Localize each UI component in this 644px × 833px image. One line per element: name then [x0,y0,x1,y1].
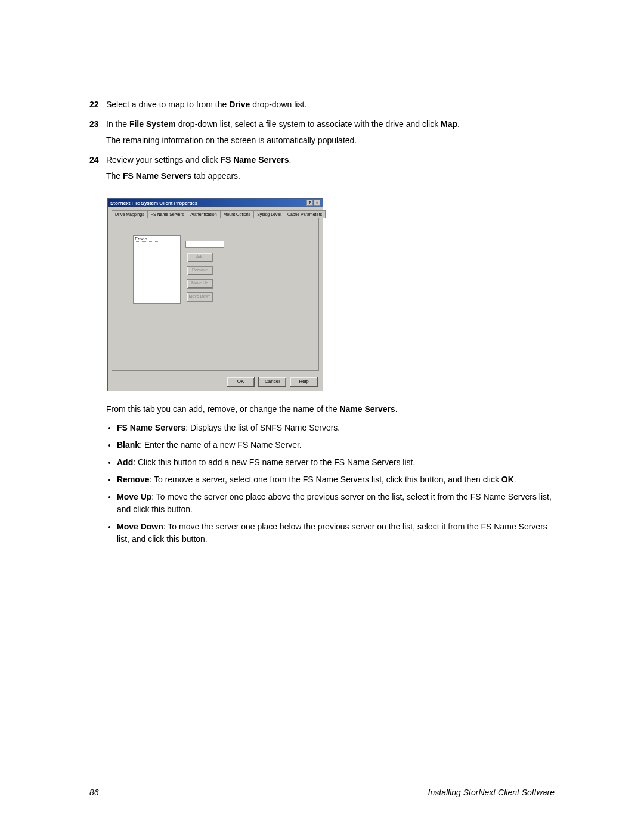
text: Review your settings and click [106,155,220,165]
text: drop-down list. [250,100,306,109]
tabs-row: Drive Mappings FS Name Servers Authentic… [108,207,323,218]
name-servers-listbox[interactable]: Frodo [133,235,181,304]
remove-button[interactable]: Remove [187,266,213,275]
bold: FS Name Servers [220,155,289,165]
text: Select a drive to map to from the [106,100,229,109]
tab-mount-options[interactable]: Mount Options [220,210,255,218]
text: : Enter the name of a new FS Name Server… [140,440,302,450]
text: : Click this button to add a new FS name… [133,457,415,467]
tab-drive-mappings[interactable]: Drive Mappings [112,210,148,218]
text: tab appears. [191,171,240,181]
page-number: 86 [89,788,99,797]
dialog-bottom-buttons: OK Cancel Help [108,374,323,391]
bold: FS Name Servers [123,171,191,181]
dialog-screenshot: StorNext File System Client Properties ?… [107,198,555,391]
page-footer: 86 Installing StorNext Client Software [89,788,555,797]
intro-paragraph: From this tab you can add, remove, or ch… [106,403,555,416]
bold: Name Servers [339,404,395,414]
bullet-blank: Blank: Enter the name of a new FS Name S… [117,439,555,451]
text: drop-down list, select a file system to … [176,119,441,129]
bold: Map [441,119,457,129]
cancel-button[interactable]: Cancel [258,377,286,387]
step-text: In the File System drop-down list, selec… [106,118,555,150]
step-text: Review your settings and click FS Name S… [106,154,555,186]
bold: Blank [117,440,140,450]
step-24: 24 Review your settings and click FS Nam… [89,154,555,186]
move-up-button[interactable]: Move Up [187,279,213,289]
bold: File System [129,119,176,129]
tab-syslog-level[interactable]: Syslog Level [253,210,284,218]
close-icon[interactable]: × [314,200,320,206]
text: : To move the server one place below the… [117,522,547,544]
bullet-add: Add: Click this button to add a new FS n… [117,456,555,469]
dialog-title: StorNext File System Client Properties [110,200,197,206]
bold: Remove [117,475,149,484]
help-icon[interactable]: ? [306,200,313,206]
name-server-input[interactable] [185,241,224,248]
bold: Add [117,457,133,467]
tab-cache-parameters[interactable]: Cache Parameters [284,210,326,218]
bullet-remove: Remove: To remove a server, select one f… [117,473,555,486]
move-down-button[interactable]: Move Down [187,292,213,302]
bullet-move-up: Move Up: To move the server one place ab… [117,491,555,516]
tab-panel: Frodo Add Remove Move Up Move Down [112,218,319,371]
text: : Displays the list of SNFS Name Servers… [185,423,340,432]
step-number: 24 [89,154,106,186]
help-button[interactable]: Help [290,377,318,387]
step-22: 22 Select a drive to map to from the Dri… [89,98,555,114]
bullet-fs-name-servers: FS Name Servers: Displays the list of SN… [117,422,555,434]
text: . [457,119,460,129]
list-item[interactable]: Frodo [135,236,159,242]
text: In the [106,119,129,129]
bold: Drive [229,100,250,109]
step-23: 23 In the File System drop-down list, se… [89,118,555,150]
tab-authentication[interactable]: Authentication [187,210,220,218]
step-number: 23 [89,118,106,150]
text: From this tab you can add, remove, or ch… [106,404,339,414]
step-number: 22 [89,98,106,114]
properties-dialog: StorNext File System Client Properties ?… [107,198,323,391]
bold: Move Down [117,522,163,531]
titlebar: StorNext File System Client Properties ?… [108,199,323,207]
tab-fs-name-servers[interactable]: FS Name Servers [147,210,188,218]
text: : To remove a server, select one from th… [149,475,501,484]
text: . [289,155,292,165]
bullet-list: FS Name Servers: Displays the list of SN… [106,422,555,546]
text: The [106,171,123,181]
bold: OK [501,475,514,484]
bullet-move-down: Move Down: To move the server one place … [117,521,555,546]
text: The remaining information on the screen … [106,134,555,147]
text: : To move the server one place above the… [117,492,552,514]
add-button[interactable]: Add [187,253,213,262]
text: . [395,404,398,414]
footer-title: Installing StorNext Client Software [428,788,555,797]
step-text: Select a drive to map to from the Drive … [106,98,555,114]
ok-button[interactable]: OK [227,377,255,387]
bold: FS Name Servers [117,423,185,432]
text: . [514,475,516,484]
bold: Move Up [117,492,151,501]
